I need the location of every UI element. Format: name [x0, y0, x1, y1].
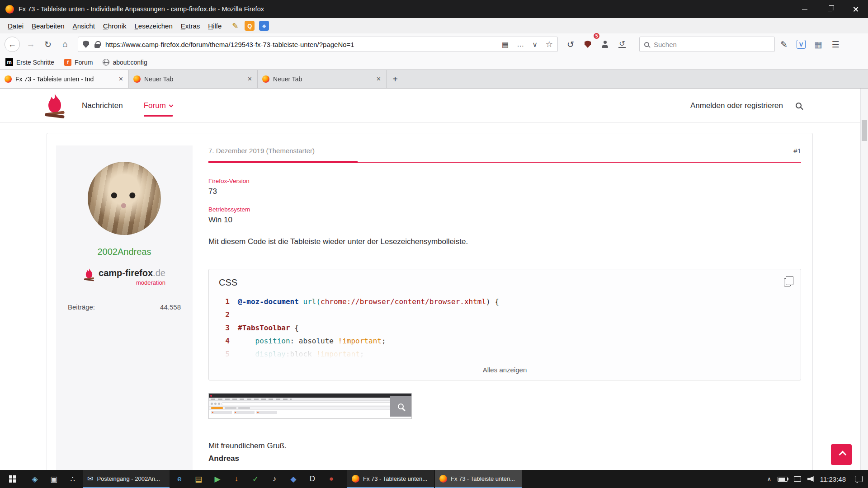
tab-active[interactable]: Fx 73 - Tableiste unten - Ind × [0, 70, 129, 88]
pinned-app-6[interactable]: ▶ [208, 470, 227, 488]
menu-datei[interactable]: Datei [4, 20, 28, 32]
extension-blue-icon[interactable]: ◆ [259, 21, 269, 31]
action-center-icon[interactable] [855, 476, 863, 482]
pinned-app-2[interactable]: ▣ [44, 470, 63, 488]
tab-neuer-tab-2[interactable]: Neuer Tab × [258, 70, 387, 88]
task-firefox-2-active[interactable]: Fx 73 - Tableiste unten... [435, 470, 522, 488]
restore-button[interactable] [817, 0, 843, 18]
menu-lesezeichen[interactable]: Lesezeichen [131, 20, 177, 32]
pinned-app-5[interactable]: ▤ [189, 470, 208, 488]
bookmark-label: Forum [75, 59, 93, 66]
scrollbar-thumb[interactable] [862, 120, 867, 141]
pinned-app-10[interactable]: ◆ [284, 470, 303, 488]
extension-orange-icon[interactable]: Q [245, 21, 255, 31]
tab-close-icon[interactable]: × [376, 75, 382, 83]
code-token: #TabsToolbar [238, 324, 290, 332]
pinned-app-8[interactable]: ✓ [246, 470, 265, 488]
history-icon[interactable]: ↺ [562, 36, 579, 52]
tray-expand-icon[interactable]: ∧ [767, 476, 771, 482]
search-box[interactable] [639, 37, 775, 52]
thumb-tabstrip [209, 410, 411, 418]
avatar[interactable] [88, 162, 161, 235]
pocket-icon[interactable]: ∨ [532, 40, 538, 49]
task-label: Fx 73 - Tableiste unten... [451, 475, 515, 482]
bookmark-erste-schritte[interactable]: m Erste Schritte [5, 58, 54, 66]
minimize-button[interactable] [792, 0, 817, 18]
attachment-thumbnail[interactable] [208, 393, 412, 419]
pinned-app-9[interactable]: ♪ [265, 470, 284, 488]
nav-forum[interactable]: Forum [144, 101, 173, 110]
nav-nachrichten[interactable]: Nachrichten [82, 101, 123, 110]
url-bar[interactable]: ▤ … ∨ ☆ [78, 37, 558, 52]
bookmark-star-icon[interactable]: ☆ [546, 39, 553, 49]
tab-neuer-tab-1[interactable]: Neuer Tab × [129, 70, 258, 88]
expand-code-button[interactable]: Alles anzeigen [209, 361, 801, 380]
menu-extras[interactable]: Extras [177, 20, 204, 32]
edit-pencil-icon[interactable]: ✎ [776, 36, 792, 52]
network-icon[interactable] [794, 476, 801, 482]
battery-icon[interactable] [778, 477, 788, 482]
page-scrollbar[interactable] [860, 89, 868, 470]
login-link[interactable]: Anmelden oder registrieren [690, 101, 783, 110]
pinned-app-3[interactable]: ∴ [63, 470, 82, 488]
extension-pencil-icon[interactable]: ✎ [230, 21, 240, 31]
ublock-shield-icon[interactable]: 5 [580, 36, 596, 52]
reader-mode-icon[interactable]: ▤ [502, 40, 509, 49]
home-button[interactable]: ⌂ [57, 36, 73, 52]
thumb-urlbar [222, 402, 402, 405]
tab-title: Neuer Tab [273, 75, 372, 83]
menu-chronik[interactable]: Chronik [99, 20, 131, 32]
menu-bearbeiten[interactable]: Bearbeiten [28, 20, 69, 32]
pinned-app-12[interactable]: ● [322, 470, 341, 488]
system-tray: ∧ 11:23:48 [767, 470, 868, 488]
account-icon[interactable] [597, 36, 613, 52]
task-mail-posteingang[interactable]: ✉ Posteingang - 2002An... [83, 470, 170, 488]
thumbnail-zoom-button[interactable] [390, 396, 411, 417]
moderation-label: moderation [99, 279, 165, 286]
code-token: url( [303, 297, 321, 306]
forward-button[interactable]: → [23, 36, 39, 52]
code-token: position [255, 337, 290, 345]
post-closing-text: Mit freundlichem Gruß. [208, 441, 801, 450]
pinned-app-1[interactable]: ◈ [25, 470, 44, 488]
code-token: @-moz-document [238, 297, 299, 306]
bookmark-forum[interactable]: f Forum [64, 59, 93, 66]
tracking-protection-shield-icon[interactable] [83, 41, 89, 48]
url-input[interactable] [105, 41, 502, 48]
start-button[interactable] [0, 470, 25, 488]
lock-icon[interactable] [94, 44, 100, 48]
code-token: ; [360, 350, 364, 358]
close-button[interactable] [843, 0, 868, 18]
chevron-down-icon [169, 103, 173, 107]
tab-favicon [133, 75, 141, 83]
page-actions-icon[interactable]: … [517, 40, 524, 48]
pinned-app-11[interactable]: D [303, 470, 322, 488]
search-input[interactable] [654, 41, 770, 48]
copy-code-icon[interactable] [784, 278, 791, 286]
back-button[interactable]: ← [5, 37, 20, 52]
bookmark-about-config[interactable]: about:config [103, 59, 147, 66]
post-divider [208, 161, 801, 163]
scroll-to-top-button[interactable] [831, 444, 852, 465]
menu-ansicht[interactable]: Ansicht [69, 20, 99, 32]
reload-button[interactable]: ↻ [40, 36, 56, 52]
speaker-icon[interactable] [807, 476, 814, 482]
grid-extension-icon[interactable]: ▦ [810, 36, 826, 52]
tab-close-icon[interactable]: × [118, 75, 124, 83]
author-username[interactable]: 2002Andreas [56, 247, 193, 257]
magnifier-icon [398, 404, 404, 409]
task-firefox-1[interactable]: Fx 73 - Tableiste unten... [347, 470, 434, 488]
camp-firefox-logo[interactable] [43, 93, 66, 118]
firefox-app-icon [5, 5, 14, 14]
hamburger-menu-icon[interactable]: ☰ [827, 36, 844, 52]
new-tab-button[interactable]: + [387, 70, 404, 88]
pinned-app-7[interactable]: ↓ [227, 470, 246, 488]
pinned-app-4[interactable]: e [170, 470, 189, 488]
v-extension-icon[interactable]: V [793, 36, 809, 52]
post-number-link[interactable]: #1 [793, 147, 801, 155]
tab-close-icon[interactable]: × [247, 75, 253, 83]
clock[interactable]: 11:23:48 [820, 475, 846, 483]
downloads-icon[interactable]: ↺ [614, 36, 630, 52]
site-search-icon[interactable] [796, 103, 802, 108]
menu-hilfe[interactable]: Hilfe [204, 20, 226, 32]
